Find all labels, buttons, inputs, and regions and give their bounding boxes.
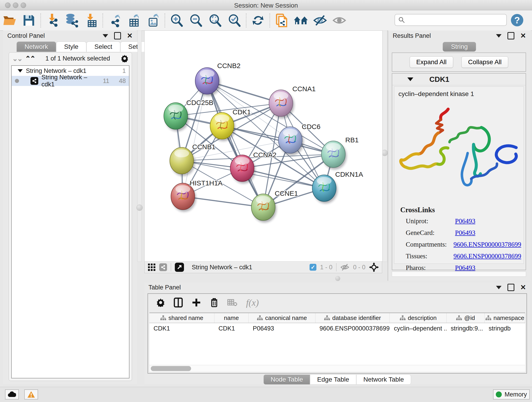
search-input[interactable] bbox=[405, 16, 498, 24]
column-header-canonical-name[interactable]: canonical name bbox=[249, 313, 315, 323]
warnings-button[interactable] bbox=[24, 389, 38, 400]
collapse-collection-icon[interactable] bbox=[18, 69, 23, 72]
node-CDKN1A[interactable]: CDKN1A bbox=[312, 171, 363, 204]
close-panel-icon[interactable]: ✕ bbox=[520, 33, 526, 39]
expand-all-button[interactable]: Expand All bbox=[410, 56, 453, 68]
add-column-icon[interactable] bbox=[191, 298, 201, 307]
column-header-description[interactable]: description bbox=[390, 313, 447, 323]
selected-checkbox-icon[interactable]: ✓ bbox=[310, 264, 317, 271]
horizontal-splitter-handle[interactable] bbox=[335, 276, 340, 281]
tab-select[interactable]: Select bbox=[86, 41, 120, 52]
crosslink-link[interactable]: 9606.ENSP00000378699 bbox=[453, 252, 521, 260]
gene-entry-header[interactable]: CDK1 bbox=[392, 74, 526, 85]
show-hidden-eye-button[interactable] bbox=[330, 11, 349, 30]
node-RB1[interactable]: RB1 bbox=[322, 136, 359, 170]
grid-view-icon[interactable] bbox=[148, 263, 156, 271]
cell[interactable]: CDK1 bbox=[149, 325, 214, 332]
tab-network-table[interactable]: Network Table bbox=[356, 375, 411, 385]
cell[interactable]: P06493 bbox=[249, 325, 315, 332]
results-scrollbar[interactable] bbox=[392, 272, 526, 277]
tab-network[interactable]: Network bbox=[17, 41, 56, 52]
panel-menu-icon[interactable] bbox=[496, 34, 501, 38]
edge-CCNB2-CCNE1[interactable] bbox=[207, 81, 263, 207]
network-view-icon[interactable] bbox=[159, 263, 167, 271]
table-row[interactable]: CDK1CDK1P064939606.ENSP00000378699cyclin… bbox=[149, 323, 525, 334]
network-edge-count: 48 bbox=[119, 77, 126, 85]
float-panel-icon[interactable] bbox=[507, 284, 514, 291]
float-panel-icon[interactable] bbox=[114, 32, 121, 39]
show-columns-icon[interactable] bbox=[174, 298, 183, 307]
node-CDC6[interactable]: CDC6 bbox=[278, 123, 321, 155]
toolbar-search[interactable] bbox=[394, 14, 507, 26]
gear-icon[interactable] bbox=[121, 55, 128, 62]
zoom-fit-button[interactable] bbox=[206, 11, 225, 30]
hide-selected-eye-slash-button[interactable] bbox=[310, 11, 330, 30]
right-splitter[interactable] bbox=[382, 31, 387, 262]
open-session-button[interactable] bbox=[0, 11, 19, 30]
tab-node-table[interactable]: Node Table bbox=[264, 375, 310, 385]
hidden-eye-slash-icon[interactable] bbox=[340, 264, 349, 271]
close-panel-icon[interactable]: ✕ bbox=[520, 284, 526, 290]
export-table-button[interactable] bbox=[124, 11, 143, 30]
float-panel-icon[interactable] bbox=[507, 32, 514, 39]
node-CCNE1[interactable]: CCNE1 bbox=[251, 190, 298, 223]
import-network-from-database-button[interactable] bbox=[62, 11, 81, 30]
help-button[interactable]: ? bbox=[511, 14, 523, 26]
node-CCNB2[interactable]: CCNB2 bbox=[195, 62, 241, 96]
collapse-entry-icon[interactable] bbox=[407, 77, 413, 81]
export-image-button[interactable] bbox=[143, 11, 163, 30]
panel-menu-icon[interactable] bbox=[103, 34, 108, 38]
delete-table-icon[interactable] bbox=[227, 299, 237, 306]
tab-edge-table[interactable]: Edge Table bbox=[310, 375, 356, 385]
cell[interactable]: CDK1 bbox=[214, 325, 249, 332]
delete-column-trash-icon[interactable] bbox=[210, 298, 219, 307]
crosslink-link[interactable]: P06493 bbox=[455, 264, 475, 272]
import-table-from-file-button[interactable] bbox=[81, 11, 101, 30]
node-CCNA1[interactable]: CCNA1 bbox=[269, 85, 316, 119]
crosslink-link[interactable]: P06493 bbox=[455, 229, 475, 236]
node-table[interactable]: shared namenamecanonical namedatabase id… bbox=[149, 313, 525, 365]
collapse-all-button[interactable]: Collapse All bbox=[462, 56, 508, 68]
tab-string[interactable]: String bbox=[443, 42, 476, 51]
node-label-CCNE1: CCNE1 bbox=[275, 190, 298, 197]
left-splitter-handle[interactable] bbox=[136, 204, 143, 211]
cell[interactable]: stringdb:9... bbox=[447, 325, 484, 332]
table-hscrollbar-thumb[interactable] bbox=[151, 366, 191, 371]
network-row-selected[interactable]: String Network – cdk1 11 48 bbox=[12, 76, 129, 86]
zoom-out-button[interactable] bbox=[186, 11, 206, 30]
node-CDK1[interactable]: CDK1 bbox=[210, 108, 251, 141]
crosslink-link[interactable]: P06493 bbox=[455, 217, 475, 225]
save-session-button[interactable] bbox=[19, 11, 38, 30]
network-canvas[interactable]: CCNB2CCNA1CDC25BCDK1CDC6RB1CCNB1CCNA2CDK… bbox=[144, 31, 383, 262]
cell[interactable]: cyclin–dependent ... bbox=[390, 325, 447, 332]
node-HIST1H1A[interactable]: HIST1H1A bbox=[171, 179, 222, 212]
clone-network-button[interactable] bbox=[272, 11, 291, 30]
detach-view-icon[interactable] bbox=[175, 263, 184, 272]
cloud-button[interactable] bbox=[5, 389, 19, 400]
column-header-namespace[interactable]: namespace bbox=[485, 313, 525, 323]
import-network-from-file-button[interactable] bbox=[43, 11, 62, 30]
column-header-name[interactable]: name bbox=[215, 313, 249, 323]
column-header-database-identifier[interactable]: database identifier bbox=[316, 313, 390, 323]
home-button[interactable] bbox=[291, 11, 310, 30]
function-builder-icon[interactable]: f(x) bbox=[246, 297, 259, 308]
expand-all-icon[interactable]: ⌃⌃ bbox=[25, 55, 35, 63]
apply-layout-button[interactable] bbox=[248, 11, 268, 30]
center-view-icon[interactable] bbox=[369, 262, 379, 272]
memory-button[interactable]: Memory bbox=[493, 389, 530, 400]
close-panel-icon[interactable]: ✕ bbox=[127, 33, 133, 39]
collapse-all-icon[interactable]: ⌄⌄ bbox=[12, 55, 22, 63]
tab-style[interactable]: Style bbox=[56, 41, 86, 52]
crosslink-link[interactable]: 9606.ENSP00000378699 bbox=[453, 241, 521, 248]
node-CCNA2[interactable]: CCNA2 bbox=[230, 151, 277, 184]
cell[interactable]: stringdb bbox=[485, 325, 525, 332]
left-splitter[interactable] bbox=[138, 31, 142, 262]
zoom-in-button[interactable] bbox=[167, 11, 186, 30]
panel-menu-icon[interactable] bbox=[496, 286, 501, 289]
cell[interactable]: 9606.ENSP00000378699 bbox=[315, 325, 390, 332]
export-network-button[interactable] bbox=[105, 11, 124, 30]
table-settings-gear-icon[interactable] bbox=[156, 298, 165, 307]
column-header-@id[interactable]: @id bbox=[447, 313, 484, 323]
zoom-selected-button[interactable] bbox=[225, 11, 244, 30]
column-header-shared-name[interactable]: shared name bbox=[149, 313, 215, 323]
